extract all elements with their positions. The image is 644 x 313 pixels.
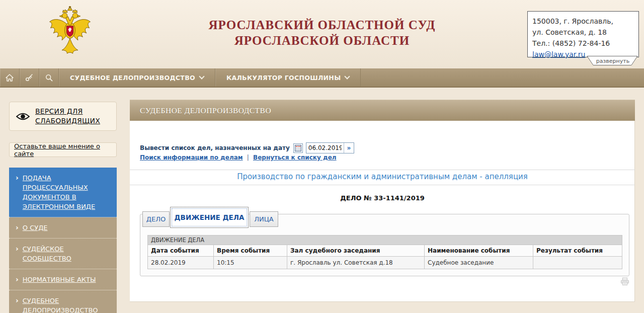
accessibility-version-button[interactable]: ВЕРСИЯ ДЛЯ СЛАБОВИДЯЩИХ xyxy=(9,102,117,131)
column-header-courtroom: Зал судебного заседания xyxy=(287,245,425,257)
site-feedback-link[interactable]: Оставьте ваше мнение о сайте xyxy=(9,142,117,157)
eye-icon xyxy=(16,112,30,121)
links-separator: | xyxy=(247,154,249,161)
search-button[interactable] xyxy=(39,68,59,87)
nav-item-label: СУДЕБНОЕ ДЕЛОПРОИЗВОДСТВО xyxy=(70,74,195,82)
chevron-down-icon xyxy=(199,73,204,79)
tab-case-movement[interactable]: ДВИЖЕНИЕ ДЕЛА xyxy=(170,207,249,228)
chevron-right-icon: › xyxy=(16,275,19,284)
sidebar-item-judicial-community[interactable]: › СУДЕЙСКОЕ СООБЩЕСТВО xyxy=(9,239,117,269)
sidebar-menu: › ПОДАЧА ПРОЦЕССУАЛЬНЫХ ДОКУМЕНТОВ В ЭЛЕ… xyxy=(9,168,117,313)
home-button[interactable] xyxy=(0,68,20,87)
home-icon xyxy=(6,74,14,82)
site-header: ЯРОСЛАВСКИЙ ОБЛАСТНОЙ СУД ЯРОСЛАВСКОЙ ОБ… xyxy=(0,0,644,68)
column-header-event-date: Дата события xyxy=(148,245,214,257)
apply-date-button[interactable]: » xyxy=(344,143,354,153)
case-movement-table: ДВИЖЕНИЕ ДЕЛА Дата события Время события… xyxy=(147,235,622,269)
calendar-icon xyxy=(295,145,301,151)
section-title-bar: СУДЕБНОЕ ДЕЛОПРОИЗВОДСТВО xyxy=(130,100,635,121)
chevron-right-icon: › xyxy=(16,173,19,211)
court-name-line1: ЯРОСЛАВСКИЙ ОБЛАСТНОЙ СУД xyxy=(151,17,493,33)
column-header-event-name: Наименование события xyxy=(425,245,533,257)
page-title: ЯРОСЛАВСКИЙ ОБЛАСТНОЙ СУД ЯРОСЛАВСКОЙ ОБ… xyxy=(151,17,493,48)
chevron-right-icon: › xyxy=(16,244,19,263)
contact-street: ул. Советская, д. 18 xyxy=(532,27,635,38)
expand-contacts-label[interactable]: развернуть xyxy=(596,58,629,64)
date-input-group: » xyxy=(306,142,354,153)
sidebar-item-case-proceedings[interactable]: › СУДЕБНОЕ ДЕЛОПРОИЗВОДСТВО xyxy=(9,290,117,313)
content-panel: Вывести список дел, назначенных на дату … xyxy=(130,121,635,302)
search-cases-link[interactable]: Поиск информации по делам xyxy=(140,154,243,161)
tab-case[interactable]: ДЕЛО xyxy=(142,211,170,227)
column-header-event-result: Результат события xyxy=(533,245,622,257)
case-type-heading: Производство по гражданским и администра… xyxy=(130,172,635,181)
sidebar-item-electronic-filing[interactable]: › ПОДАЧА ПРОЦЕССУАЛЬНЫХ ДОКУМЕНТОВ В ЭЛЕ… xyxy=(9,168,117,217)
chevron-down-icon xyxy=(345,73,350,79)
coat-of-arms-icon xyxy=(46,6,94,58)
back-to-list-link[interactable]: Вернуться к списку дел xyxy=(253,154,337,161)
sidebar-item-normative-acts[interactable]: › НОРМАТИВНЫЕ АКТЫ xyxy=(9,269,117,290)
contact-info-box: 150003, г. Ярославль, ул. Советская, д. … xyxy=(527,11,639,57)
case-links-row: Поиск информации по делам | Вернуться к … xyxy=(140,154,337,161)
date-filter-row: Вывести список дел, назначенных на дату … xyxy=(140,142,354,153)
table-header-row: Дата события Время события Зал судебного… xyxy=(148,245,622,257)
sitemap-icon xyxy=(25,73,33,82)
table-title-row: ДВИЖЕНИЕ ДЕЛА xyxy=(148,236,622,245)
nav-item-fee-calculator[interactable]: КАЛЬКУЛЯТОР ГОСПОШЛИНЫ xyxy=(215,68,361,87)
page: ЯРОСЛАВСКИЙ ОБЛАСТНОЙ СУД ЯРОСЛАВСКОЙ ОБ… xyxy=(0,0,644,313)
calendar-button[interactable] xyxy=(293,143,303,153)
contact-email-link[interactable]: law@law.yar.ru xyxy=(532,50,585,58)
site-feedback-label[interactable]: Оставьте ваше мнение о сайте xyxy=(14,142,116,158)
case-number-heading: ДЕЛО № 33-1141/2019 xyxy=(130,194,635,202)
search-icon xyxy=(45,74,53,82)
divider xyxy=(130,170,635,170)
main-nav: СУДЕБНОЕ ДЕЛОПРОИЗВОДСТВО КАЛЬКУЛЯТОР ГО… xyxy=(0,68,644,88)
nav-item-case-proceedings[interactable]: СУДЕБНОЕ ДЕЛОПРОИЗВОДСТВО xyxy=(59,68,215,87)
tab-persons[interactable]: ЛИЦА xyxy=(250,211,278,227)
sidebar-item-about-court[interactable]: › О СУДЕ xyxy=(9,217,117,239)
date-filter-label: Вывести список дел, назначенных на дату xyxy=(140,144,290,151)
chevron-right-icon: › xyxy=(16,223,19,232)
contact-postal: 150003, г. Ярославль, xyxy=(532,16,635,27)
cell-courtroom: г. Ярославль ул. Советская д.18 xyxy=(287,257,425,269)
contact-phone: Тел.: (4852) 72-84-16 xyxy=(532,38,635,49)
cell-event-result xyxy=(533,257,622,269)
court-name-line2: ЯРОСЛАВСКОЙ ОБЛАСТИ xyxy=(151,33,493,48)
divider xyxy=(130,185,635,185)
nav-item-label: КАЛЬКУЛЯТОР ГОСПОШЛИНЫ xyxy=(226,74,341,82)
table-title: ДВИЖЕНИЕ ДЕЛА xyxy=(148,236,622,245)
table-row: 28.02.2019 10:15 г. Ярославль ул. Советс… xyxy=(148,257,622,269)
column-header-event-time: Время события xyxy=(214,245,287,257)
cell-event-date: 28.02.2019 xyxy=(148,257,214,269)
cell-event-time: 10:15 xyxy=(214,257,287,269)
sitemap-button[interactable] xyxy=(20,68,39,87)
chevron-right-icon: › xyxy=(16,296,19,313)
print-icon[interactable] xyxy=(620,277,629,286)
accessibility-version-label[interactable]: ВЕРСИЯ ДЛЯ СЛАБОВИДЯЩИХ xyxy=(35,107,116,126)
cell-event-name: Судебное заседание xyxy=(425,257,533,269)
expand-contacts-tab[interactable]: развернуть xyxy=(587,56,638,66)
date-input[interactable] xyxy=(306,143,344,152)
